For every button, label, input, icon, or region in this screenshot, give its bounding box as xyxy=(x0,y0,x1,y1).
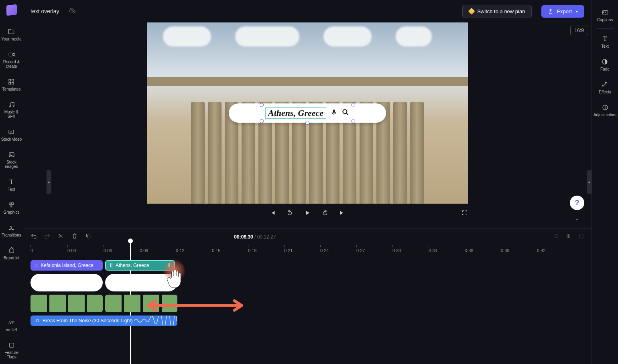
ruler-tick[interactable]: 0:27 xyxy=(356,245,365,253)
skip-back-button[interactable] xyxy=(269,210,276,218)
sidebar-item-transitions[interactable]: Transitions xyxy=(1,219,22,242)
forward-button[interactable] xyxy=(321,209,329,218)
svg-rect-1 xyxy=(9,79,11,81)
expand-left-panel[interactable]: ▸ xyxy=(47,170,51,194)
sidebar-item-feature-flags[interactable]: Feature Flags xyxy=(0,337,23,364)
ruler-tick[interactable]: 0:15 xyxy=(212,245,220,253)
sidebar-item-record[interactable]: Record & create xyxy=(0,46,23,73)
ruler-tick-label: 0:03 xyxy=(67,248,76,253)
ruler-tick[interactable]: 0:21 xyxy=(284,245,293,253)
ruler-tick[interactable]: 0:12 xyxy=(176,245,184,253)
text-icon: T xyxy=(602,35,609,42)
ruler-tick-label: 0:24 xyxy=(320,248,329,253)
redo-button[interactable] xyxy=(44,233,51,241)
collapse-right-panel[interactable]: ◂ xyxy=(587,170,592,194)
svg-rect-18 xyxy=(87,235,90,238)
svg-point-5 xyxy=(9,106,10,107)
drag-handle-right-icon[interactable] xyxy=(168,263,170,267)
sidebar-item-captions[interactable]: Captions xyxy=(596,4,614,27)
app-logo[interactable] xyxy=(6,4,17,16)
switch-plan-button[interactable]: Switch to a new plan xyxy=(462,5,532,18)
fit-button[interactable] xyxy=(578,233,584,241)
sidebar-item-label: Graphics xyxy=(3,210,19,214)
duplicate-button[interactable] xyxy=(85,233,91,241)
selection-handles[interactable] xyxy=(229,103,386,123)
button-label: Export xyxy=(557,8,572,14)
panel-collapse-icon[interactable]: ⌄ xyxy=(575,215,579,221)
play-button[interactable] xyxy=(304,209,311,218)
sidebar-item-label: Templates xyxy=(2,87,21,91)
ruler-tick[interactable]: 0:36 xyxy=(465,245,473,253)
sidebar-item-label: Adjust colors xyxy=(594,113,616,117)
ruler-tick[interactable]: 0:24 xyxy=(320,245,329,253)
sidebar-item-rtext[interactable]: T Text xyxy=(600,30,609,53)
timeline-ruler[interactable]: 00:030:060:090:120:150:180:210:240:270:3… xyxy=(30,245,592,256)
ruler-tick[interactable]: 0:33 xyxy=(429,245,437,253)
sidebar-item-fade[interactable]: Fade xyxy=(600,53,610,76)
drag-handle-left-icon[interactable] xyxy=(110,263,112,267)
rewind-button[interactable] xyxy=(286,209,293,218)
sidebar-item-music[interactable]: Music & SFX xyxy=(0,96,23,123)
zoom-out-button[interactable] xyxy=(554,233,560,241)
text-track[interactable]: T Kefalonia Island, Greece Athens, Greec… xyxy=(30,260,584,271)
shape-track[interactable] xyxy=(30,274,584,291)
sidebar-item-templates[interactable]: Templates xyxy=(2,73,22,96)
undo-button[interactable] xyxy=(30,233,37,241)
sidebar-item-graphics[interactable]: Graphics xyxy=(2,196,20,219)
ruler-tick[interactable]: 0:18 xyxy=(248,245,256,253)
audio-track[interactable]: Break From The Noise (30 Seconds Light) xyxy=(30,315,584,326)
svg-rect-2 xyxy=(12,79,14,81)
export-button[interactable]: Export ▾ xyxy=(541,5,584,18)
text-clip-athens[interactable]: Athens, Greece xyxy=(105,260,175,271)
svg-rect-4 xyxy=(12,83,14,85)
svg-point-9 xyxy=(10,154,11,154)
fullscreen-button[interactable] xyxy=(461,210,468,218)
sidebar-item-your-media[interactable]: Your media xyxy=(0,23,22,46)
skip-forward-button[interactable] xyxy=(339,210,346,218)
ruler-tick[interactable]: 0 xyxy=(30,245,33,253)
waveform-icon xyxy=(134,316,177,325)
sidebar-item-label: Text xyxy=(601,44,608,49)
sidebar-item-stock-images[interactable]: Stock images xyxy=(0,146,23,174)
svg-point-22 xyxy=(38,321,39,322)
music-icon xyxy=(8,101,15,108)
sidebar-item-brand-kit[interactable]: Brand kit xyxy=(3,242,20,265)
shape-clip-1[interactable] xyxy=(30,274,103,291)
zoom-in-button[interactable] xyxy=(566,233,572,241)
current-time: 00:08.30 xyxy=(234,234,253,240)
music-note-icon xyxy=(35,318,39,323)
delete-button[interactable] xyxy=(71,233,78,241)
audio-clip[interactable]: Break From The Noise (30 Seconds Light) xyxy=(30,315,177,326)
split-button[interactable] xyxy=(58,233,64,241)
ruler-tick[interactable]: 0:03 xyxy=(67,245,76,253)
ruler-tick[interactable]: 0:09 xyxy=(140,245,148,253)
ruler-tick-label: 0:21 xyxy=(284,248,293,253)
sidebar-item-language[interactable]: A字 en-US xyxy=(5,314,18,337)
ruler-tick[interactable]: 0:42 xyxy=(537,245,545,253)
sidebar-item-adjust-colors[interactable]: Adjust colors xyxy=(593,99,617,122)
image-icon xyxy=(8,151,15,158)
svg-point-6 xyxy=(13,105,14,107)
ruler-tick-label: 0:33 xyxy=(429,248,437,253)
canvas[interactable]: Athens, Greece xyxy=(147,22,468,204)
main-area: text overlay Switch to a new plan Export… xyxy=(23,0,592,364)
ruler-tick[interactable]: 0:30 xyxy=(392,245,401,253)
sidebar-item-label: Stock video xyxy=(1,137,22,142)
sidebar-item-effects[interactable]: Effects xyxy=(598,76,612,99)
ruler-tick[interactable]: 0:39 xyxy=(501,245,509,253)
cloud-sync-off-icon[interactable] xyxy=(69,7,76,16)
effects-icon xyxy=(601,81,608,88)
project-title[interactable]: text overlay xyxy=(30,8,59,14)
sidebar-item-stock-video[interactable]: Stock video xyxy=(0,123,23,146)
search-bar-overlay[interactable]: Athens, Greece xyxy=(229,103,386,123)
timeline-tracks: T Kefalonia Island, Greece Athens, Greec… xyxy=(30,256,584,364)
sidebar-item-text[interactable]: T Text xyxy=(7,174,16,196)
video-clip-1[interactable] xyxy=(30,295,103,312)
brandkit-icon xyxy=(8,247,15,254)
sidebar-item-label: Your media xyxy=(1,37,21,41)
text-clip-kefalonia[interactable]: T Kefalonia Island, Greece xyxy=(30,260,103,271)
ruler-tick[interactable]: 0:06 xyxy=(104,245,112,253)
video-track[interactable] xyxy=(30,295,584,312)
help-button[interactable]: ? xyxy=(570,196,584,210)
aspect-ratio-badge[interactable]: 16:9 xyxy=(570,26,588,35)
